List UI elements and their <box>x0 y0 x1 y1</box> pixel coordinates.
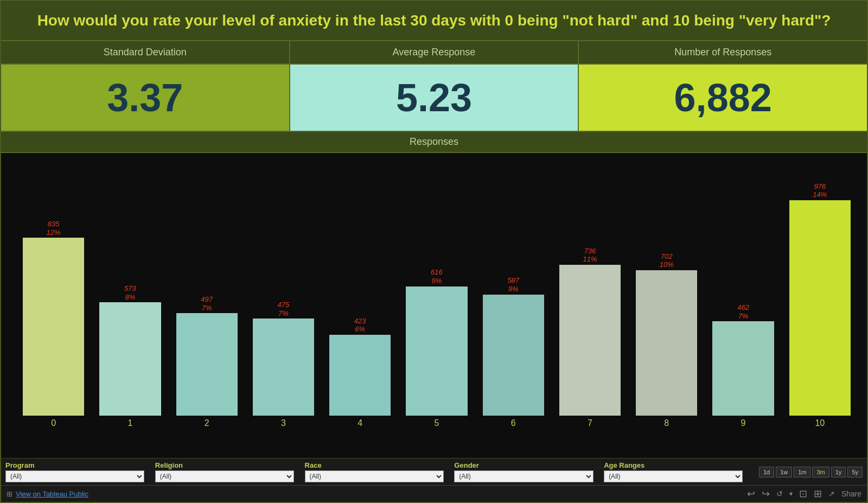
filter-group-3: Gender(All) <box>454 461 601 482</box>
bar-0[interactable] <box>23 238 84 416</box>
time-btn-1m[interactable]: 1m <box>794 467 810 477</box>
filter-group-2: Race(All) <box>305 461 451 482</box>
bar-group-0: 83512%0 <box>17 158 90 428</box>
header: How would you rate your level of anxiety… <box>1 1 867 41</box>
bar-7[interactable] <box>559 265 621 416</box>
share-icon[interactable]: ↗ <box>828 489 835 498</box>
bar-xlabel-7: 7 <box>588 418 592 428</box>
bar-group-7: 73611%7 <box>554 158 626 428</box>
bar-label-4: 4236% <box>354 317 366 334</box>
filter-select-2[interactable]: (All) <box>305 470 444 482</box>
bar-xlabel-8: 8 <box>664 418 669 428</box>
filter-label-0: Program <box>5 461 152 469</box>
time-btn-5y[interactable]: 5y <box>847 467 863 477</box>
bar-xlabel-9: 9 <box>741 418 746 428</box>
std-dev-value: 3.37 <box>1 65 289 131</box>
bar-label-9: 4627% <box>737 303 749 320</box>
bar-group-10: 97614%10 <box>784 158 856 428</box>
bar-4[interactable] <box>329 335 391 416</box>
bar-6[interactable] <box>483 295 544 416</box>
kpi-row: Standard Deviation 3.37 Average Response… <box>1 41 867 132</box>
undo-icon[interactable]: ↩ <box>747 488 755 500</box>
bar-xlabel-3: 3 <box>281 418 286 428</box>
filter-label-1: Religion <box>155 461 302 469</box>
bar-xlabel-1: 1 <box>127 418 132 428</box>
bar-group-3: 4757%3 <box>247 158 320 428</box>
share-label: Share <box>841 489 861 498</box>
redo-icon[interactable]: ↪ <box>762 488 770 500</box>
tableau-link[interactable]: View on Tableau Public <box>16 490 88 498</box>
bar-label-7: 73611% <box>583 247 597 264</box>
bar-group-6: 5879%6 <box>477 158 550 428</box>
bar-xlabel-5: 5 <box>435 418 439 428</box>
fullscreen-icon[interactable]: ⊞ <box>814 488 822 500</box>
bars-container: 83512%05738%14977%24757%34236%46169%5587… <box>17 158 856 431</box>
bar-label-6: 5879% <box>507 276 519 293</box>
bar-xlabel-4: 4 <box>358 418 362 428</box>
num-resp-label: Number of Responses <box>579 41 867 65</box>
bar-5[interactable] <box>406 286 467 416</box>
bar-xlabel-10: 10 <box>815 418 825 428</box>
bar-9[interactable] <box>712 321 774 416</box>
responses-section: Responses 83512%05738%14977%24757%34236%… <box>1 132 867 458</box>
filter-label-2: Race <box>305 461 451 469</box>
bar-label-5: 6169% <box>431 268 443 285</box>
bottom-right: ↩ ↪ ↺ ▾ ⊡ ⊞ ↗ Share <box>747 488 861 500</box>
filter-label-4: Age Ranges <box>604 461 750 469</box>
time-btn-1y[interactable]: 1y <box>831 467 846 477</box>
filter-select-1[interactable]: (All) <box>155 470 294 482</box>
time-btn-3m[interactable]: 3m <box>812 467 829 477</box>
header-title: How would you rate your level of anxiety… <box>12 11 856 30</box>
bar-group-8: 70210%8 <box>630 158 703 428</box>
avg-resp-label: Average Response <box>290 41 578 65</box>
bar-label-1: 5738% <box>124 284 136 301</box>
bar-xlabel-0: 0 <box>51 418 56 428</box>
filter-label-3: Gender <box>454 461 601 469</box>
bar-10[interactable] <box>789 200 851 416</box>
kpi-avg-resp: Average Response 5.23 <box>290 41 579 131</box>
bar-xlabel-2: 2 <box>205 418 209 428</box>
filters-area: Program(All)Religion(All)Race(All)Gender… <box>5 461 750 482</box>
bar-group-4: 4236%4 <box>324 158 396 428</box>
bar-group-9: 4627%9 <box>707 158 779 428</box>
bar-group-1: 5738%1 <box>94 158 166 428</box>
time-btn-1w[interactable]: 1w <box>776 467 792 477</box>
filter-select-0[interactable]: (All) <box>5 470 144 482</box>
filter-group-1: Religion(All) <box>155 461 302 482</box>
bar-xlabel-6: 6 <box>511 418 516 428</box>
bar-label-3: 4757% <box>278 301 290 317</box>
bottom-left: ⊞ View on Tableau Public <box>7 490 88 498</box>
bar-label-8: 70210% <box>660 252 674 269</box>
bar-label-0: 83512% <box>47 220 61 237</box>
bar-group-5: 6169%5 <box>400 158 473 428</box>
filter-group-0: Program(All) <box>5 461 152 482</box>
bar-8[interactable] <box>636 270 697 416</box>
responses-label: Responses <box>1 132 867 153</box>
std-dev-label: Standard Deviation <box>1 41 289 65</box>
num-resp-value: 6,882 <box>579 65 867 131</box>
bar-2[interactable] <box>176 313 238 416</box>
filter-select-3[interactable]: (All) <box>454 470 593 482</box>
kpi-std-dev: Standard Deviation 3.37 <box>1 41 290 131</box>
filter-select-4[interactable]: (All) <box>604 470 743 482</box>
reset-icon[interactable]: ↺ <box>776 489 783 498</box>
time-buttons-area: 1d1w1m3m1y5y <box>759 467 863 477</box>
bar-label-10: 97614% <box>813 182 827 199</box>
avg-resp-value: 5.23 <box>290 65 578 131</box>
bar-3[interactable] <box>253 319 314 416</box>
filter-bar: Program(All)Religion(All)Race(All)Gender… <box>1 458 867 485</box>
tableau-grid-icon: ⊞ <box>7 490 12 498</box>
filter-group-4: Age Ranges(All) <box>604 461 750 482</box>
bar-group-2: 4977%2 <box>171 158 243 428</box>
dashboard: How would you rate your level of anxiety… <box>0 0 868 503</box>
bottom-bar: ⊞ View on Tableau Public ↩ ↪ ↺ ▾ ⊡ ⊞ ↗ S… <box>1 485 867 502</box>
bar-1[interactable] <box>99 302 161 416</box>
kpi-num-resp: Number of Responses 6,882 <box>579 41 867 131</box>
download-icon[interactable]: ⊡ <box>799 488 807 500</box>
bar-label-2: 4977% <box>201 295 213 312</box>
time-btn-1d[interactable]: 1d <box>759 467 774 477</box>
chart-area: 83512%05738%14977%24757%34236%46169%5587… <box>1 153 867 458</box>
